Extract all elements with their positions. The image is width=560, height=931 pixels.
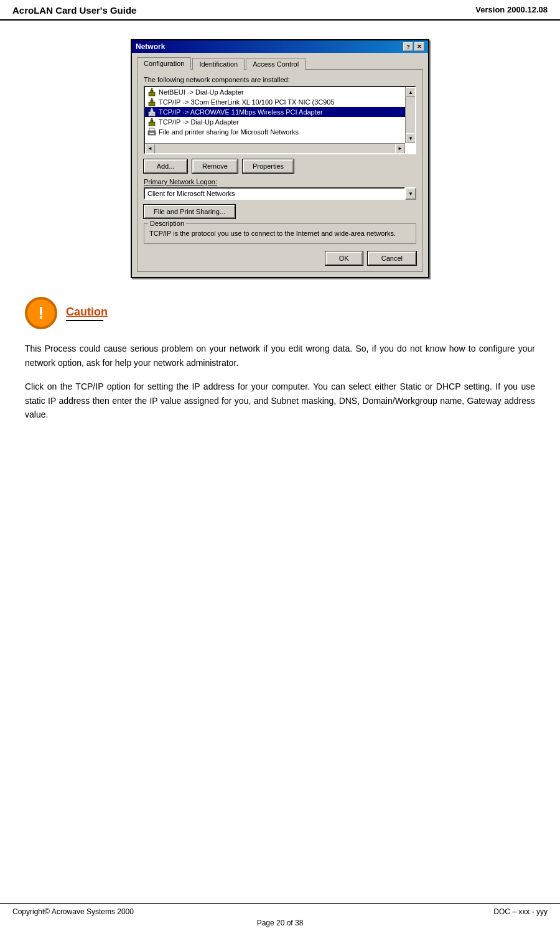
- scroll-down-btn[interactable]: ▼: [406, 133, 416, 143]
- svg-rect-8: [151, 108, 152, 110]
- svg-rect-11: [151, 118, 152, 120]
- svg-rect-4: [151, 100, 153, 102]
- tab-configuration[interactable]: Configuration: [137, 57, 191, 70]
- main-content: Network ? ✕ Configuration Identification: [0, 21, 560, 444]
- network-icon: [147, 108, 156, 116]
- svg-rect-2: [151, 88, 152, 90]
- svg-rect-14: [149, 133, 154, 134]
- svg-rect-6: [149, 112, 155, 116]
- list-item[interactable]: File and printer sharing for Microsoft N…: [145, 127, 405, 137]
- scroll-left-btn[interactable]: ◄: [145, 144, 155, 154]
- dialog-body: Configuration Identification Access Cont…: [132, 53, 428, 277]
- doc-title: AcroLAN Card User's Guide: [12, 5, 136, 16]
- properties-button[interactable]: Properties: [243, 159, 294, 173]
- description-legend: Description: [148, 220, 186, 227]
- caution-section: ! Caution: [25, 297, 535, 329]
- network-icon: [147, 88, 156, 96]
- caution-icon: !: [25, 297, 57, 329]
- copyright-text: Copyright© Acrowave Systems 2000: [12, 907, 134, 916]
- combo-dropdown-btn[interactable]: ▼: [405, 187, 416, 200]
- primary-logon-value[interactable]: Client for Microsoft Networks: [144, 187, 405, 200]
- exclamation-mark: !: [38, 304, 44, 322]
- ok-cancel-row: OK Cancel: [144, 249, 416, 265]
- page-footer: Copyright© Acrowave Systems 2000 DOC – x…: [0, 903, 560, 931]
- footer-row2: Page 20 of 38: [12, 919, 548, 927]
- close-button[interactable]: ✕: [414, 42, 424, 51]
- dialog-titlebar: Network ? ✕: [132, 40, 428, 53]
- scroll-track: [406, 97, 415, 133]
- svg-rect-10: [151, 120, 153, 122]
- dialog-title: Network: [136, 42, 165, 51]
- hscroll-track: [155, 144, 395, 153]
- svg-rect-5: [151, 98, 152, 100]
- component-buttons: Add... Remove Properties: [144, 159, 416, 173]
- doc-version: Version 2000.12.08: [475, 5, 548, 14]
- list-item-selected[interactable]: TCP/IP -> ACROWAVE 11Mbps Wireless PCI A…: [145, 107, 405, 117]
- primary-logon-label: Primary Network Logon:: [144, 178, 416, 185]
- svg-rect-3: [149, 102, 155, 106]
- add-button[interactable]: Add...: [144, 159, 187, 173]
- doc-number: DOC – xxx - yyy: [493, 907, 548, 916]
- tab-identification[interactable]: Identification: [192, 58, 245, 70]
- tab-bar: Configuration Identification Access Cont…: [137, 58, 423, 70]
- svg-rect-1: [151, 90, 153, 92]
- svg-rect-0: [149, 92, 155, 96]
- help-button[interactable]: ?: [403, 42, 413, 51]
- svg-rect-9: [149, 122, 155, 126]
- primary-logon-combo[interactable]: Client for Microsoft Networks ▼: [144, 187, 416, 200]
- printer-icon: [147, 128, 156, 136]
- file-sharing-row: File and Print Sharing...: [144, 205, 416, 218]
- cancel-button[interactable]: Cancel: [368, 251, 416, 265]
- scroll-right-btn[interactable]: ►: [395, 144, 405, 154]
- network-icon: [147, 98, 156, 106]
- titlebar-buttons: ? ✕: [403, 42, 424, 51]
- caution-label: Caution: [66, 306, 108, 318]
- caution-label-group: Caution: [66, 306, 108, 321]
- body-paragraph-1: This Process could cause serious problem…: [25, 342, 535, 370]
- tab-access-control[interactable]: Access Control: [246, 58, 306, 70]
- scroll-up-btn[interactable]: ▲: [406, 87, 416, 97]
- body-paragraph-2: Click on the TCP/IP option for setting t…: [25, 380, 535, 421]
- description-text: TCP/IP is the protocol you use to connec…: [149, 229, 411, 238]
- list-item[interactable]: TCP/IP -> 3Com EtherLink XL 10/100 PCI T…: [145, 97, 405, 107]
- list-item[interactable]: NetBEUI -> Dial-Up Adapter: [145, 87, 405, 97]
- network-icon: [147, 118, 156, 126]
- page-number: Page 20 of 38: [257, 919, 304, 927]
- dialog-container: Network ? ✕ Configuration Identification: [25, 39, 535, 278]
- remove-button[interactable]: Remove: [192, 159, 238, 173]
- footer-row1: Copyright© Acrowave Systems 2000 DOC – x…: [12, 907, 548, 916]
- caution-underline: [66, 320, 103, 321]
- description-group: Description TCP/IP is the protocol you u…: [144, 223, 416, 244]
- file-sharing-button[interactable]: File and Print Sharing...: [144, 205, 235, 218]
- svg-rect-13: [149, 128, 154, 131]
- components-label: The following network components are ins…: [144, 76, 416, 83]
- ok-button[interactable]: OK: [325, 251, 363, 265]
- network-dialog: Network ? ✕ Configuration Identification: [131, 39, 429, 278]
- svg-rect-7: [151, 110, 153, 112]
- page-header: AcroLAN Card User's Guide Version 2000.1…: [0, 0, 560, 21]
- network-components-listbox[interactable]: NetBEUI -> Dial-Up Adapter TCP/IP -> 3Co…: [144, 86, 416, 154]
- tab-panel: The following network components are ins…: [137, 69, 423, 272]
- list-item[interactable]: TCP/IP -> Dial-Up Adapter: [145, 117, 405, 127]
